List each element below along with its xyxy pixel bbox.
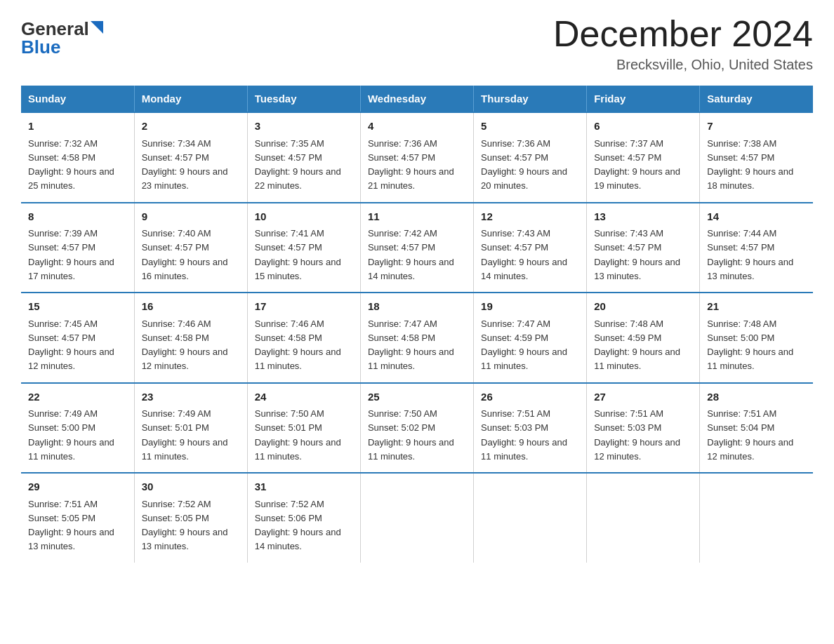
day-number: 3 — [255, 119, 353, 135]
day-number: 12 — [481, 209, 579, 225]
day-number: 16 — [142, 299, 240, 315]
day-cell-23: 23Sunrise: 7:49 AMSunset: 5:01 PMDayligh… — [134, 383, 247, 474]
day-info: Sunrise: 7:47 AMSunset: 4:59 PMDaylight:… — [481, 318, 567, 372]
day-cell-26: 26Sunrise: 7:51 AMSunset: 5:03 PMDayligh… — [474, 383, 587, 474]
day-cell-16: 16Sunrise: 7:46 AMSunset: 4:58 PMDayligh… — [134, 293, 247, 383]
title-area: December 2024 Brecksville, Ohio, United … — [553, 14, 813, 73]
day-info: Sunrise: 7:51 AMSunset: 5:05 PMDaylight:… — [28, 499, 114, 552]
week-row-4: 22Sunrise: 7:49 AMSunset: 5:00 PMDayligh… — [21, 383, 813, 474]
day-info: Sunrise: 7:37 AMSunset: 4:57 PMDaylight:… — [594, 138, 680, 192]
day-number: 10 — [255, 209, 353, 225]
day-info: Sunrise: 7:36 AMSunset: 4:57 PMDaylight:… — [481, 138, 567, 192]
day-info: Sunrise: 7:32 AMSunset: 4:58 PMDaylight:… — [28, 138, 114, 192]
day-number: 9 — [142, 209, 240, 225]
day-cell-8: 8Sunrise: 7:39 AMSunset: 4:57 PMDaylight… — [21, 203, 134, 293]
day-cell-5: 5Sunrise: 7:36 AMSunset: 4:57 PMDaylight… — [474, 112, 587, 203]
day-cell-30: 30Sunrise: 7:52 AMSunset: 5:05 PMDayligh… — [134, 473, 247, 563]
day-cell-2: 2Sunrise: 7:34 AMSunset: 4:57 PMDaylight… — [134, 112, 247, 203]
day-cell-22: 22Sunrise: 7:49 AMSunset: 5:00 PMDayligh… — [21, 383, 134, 474]
day-number: 31 — [255, 479, 353, 495]
header-sunday: Sunday — [21, 86, 134, 112]
day-number: 4 — [368, 119, 466, 135]
day-number: 2 — [142, 119, 240, 135]
day-info: Sunrise: 7:43 AMSunset: 4:57 PMDaylight:… — [481, 228, 567, 281]
day-cell-15: 15Sunrise: 7:45 AMSunset: 4:57 PMDayligh… — [21, 293, 134, 383]
header-wednesday: Wednesday — [360, 86, 473, 112]
day-number: 25 — [368, 389, 466, 405]
page-header: General Blue December 2024 Brecksville, … — [21, 14, 813, 73]
header-row: Sunday Monday Tuesday Wednesday Thursday… — [21, 86, 813, 112]
day-cell-24: 24Sunrise: 7:50 AMSunset: 5:01 PMDayligh… — [247, 383, 360, 474]
day-number: 15 — [28, 299, 127, 315]
day-cell-13: 13Sunrise: 7:43 AMSunset: 4:57 PMDayligh… — [587, 203, 700, 293]
week-row-2: 8Sunrise: 7:39 AMSunset: 4:57 PMDaylight… — [21, 203, 813, 293]
day-info: Sunrise: 7:52 AMSunset: 5:06 PMDaylight:… — [255, 499, 341, 552]
day-info: Sunrise: 7:41 AMSunset: 4:57 PMDaylight:… — [255, 228, 341, 281]
day-info: Sunrise: 7:51 AMSunset: 5:03 PMDaylight:… — [481, 408, 567, 462]
day-info: Sunrise: 7:36 AMSunset: 4:57 PMDaylight:… — [368, 138, 454, 192]
week-row-5: 29Sunrise: 7:51 AMSunset: 5:05 PMDayligh… — [21, 473, 813, 563]
header-tuesday: Tuesday — [247, 86, 360, 112]
day-number: 24 — [255, 389, 353, 405]
day-info: Sunrise: 7:50 AMSunset: 5:02 PMDaylight:… — [368, 408, 454, 462]
logo-blue: Blue — [21, 38, 60, 56]
day-number: 13 — [594, 209, 692, 225]
logo-general: General — [21, 20, 89, 38]
day-info: Sunrise: 7:38 AMSunset: 4:57 PMDaylight:… — [707, 138, 793, 192]
day-info: Sunrise: 7:48 AMSunset: 5:00 PMDaylight:… — [707, 318, 793, 372]
day-number: 7 — [707, 119, 806, 135]
day-info: Sunrise: 7:40 AMSunset: 4:57 PMDaylight:… — [142, 228, 228, 281]
day-number: 28 — [707, 389, 806, 405]
day-number: 5 — [481, 119, 579, 135]
day-info: Sunrise: 7:48 AMSunset: 4:59 PMDaylight:… — [594, 318, 680, 372]
empty-cell-w4-3 — [360, 473, 473, 563]
day-number: 26 — [481, 389, 579, 405]
calendar-table: Sunday Monday Tuesday Wednesday Thursday… — [21, 86, 813, 563]
svg-marker-0 — [91, 21, 103, 34]
logo-arrow-icon — [91, 21, 103, 34]
day-number: 19 — [481, 299, 579, 315]
day-info: Sunrise: 7:52 AMSunset: 5:05 PMDaylight:… — [142, 499, 228, 552]
day-cell-18: 18Sunrise: 7:47 AMSunset: 4:58 PMDayligh… — [360, 293, 473, 383]
day-info: Sunrise: 7:34 AMSunset: 4:57 PMDaylight:… — [142, 138, 228, 192]
day-number: 14 — [707, 209, 806, 225]
day-cell-10: 10Sunrise: 7:41 AMSunset: 4:57 PMDayligh… — [247, 203, 360, 293]
header-saturday: Saturday — [700, 86, 813, 112]
logo: General Blue — [21, 20, 103, 56]
day-cell-6: 6Sunrise: 7:37 AMSunset: 4:57 PMDaylight… — [587, 112, 700, 203]
day-info: Sunrise: 7:45 AMSunset: 4:57 PMDaylight:… — [28, 318, 114, 372]
day-number: 11 — [368, 209, 466, 225]
day-info: Sunrise: 7:46 AMSunset: 4:58 PMDaylight:… — [142, 318, 228, 372]
empty-cell-w4-5 — [587, 473, 700, 563]
day-info: Sunrise: 7:39 AMSunset: 4:57 PMDaylight:… — [28, 228, 114, 281]
day-cell-27: 27Sunrise: 7:51 AMSunset: 5:03 PMDayligh… — [587, 383, 700, 474]
page-subtitle: Brecksville, Ohio, United States — [553, 57, 813, 73]
day-number: 21 — [707, 299, 806, 315]
day-cell-3: 3Sunrise: 7:35 AMSunset: 4:57 PMDaylight… — [247, 112, 360, 203]
day-cell-31: 31Sunrise: 7:52 AMSunset: 5:06 PMDayligh… — [247, 473, 360, 563]
day-number: 6 — [594, 119, 692, 135]
day-info: Sunrise: 7:44 AMSunset: 4:57 PMDaylight:… — [707, 228, 793, 281]
day-number: 8 — [28, 209, 127, 225]
header-monday: Monday — [134, 86, 247, 112]
day-cell-25: 25Sunrise: 7:50 AMSunset: 5:02 PMDayligh… — [360, 383, 473, 474]
day-number: 29 — [28, 479, 127, 495]
day-info: Sunrise: 7:51 AMSunset: 5:03 PMDaylight:… — [594, 408, 680, 462]
day-number: 23 — [142, 389, 240, 405]
day-number: 30 — [142, 479, 240, 495]
day-info: Sunrise: 7:35 AMSunset: 4:57 PMDaylight:… — [255, 138, 341, 192]
day-info: Sunrise: 7:49 AMSunset: 5:00 PMDaylight:… — [28, 408, 114, 462]
day-cell-1: 1Sunrise: 7:32 AMSunset: 4:58 PMDaylight… — [21, 112, 134, 203]
day-number: 1 — [28, 119, 127, 135]
day-info: Sunrise: 7:47 AMSunset: 4:58 PMDaylight:… — [368, 318, 454, 372]
day-cell-19: 19Sunrise: 7:47 AMSunset: 4:59 PMDayligh… — [474, 293, 587, 383]
calendar-body: 1Sunrise: 7:32 AMSunset: 4:58 PMDaylight… — [21, 112, 813, 563]
day-cell-20: 20Sunrise: 7:48 AMSunset: 4:59 PMDayligh… — [587, 293, 700, 383]
day-info: Sunrise: 7:42 AMSunset: 4:57 PMDaylight:… — [368, 228, 454, 281]
day-cell-4: 4Sunrise: 7:36 AMSunset: 4:57 PMDaylight… — [360, 112, 473, 203]
day-number: 17 — [255, 299, 353, 315]
day-number: 20 — [594, 299, 692, 315]
day-cell-21: 21Sunrise: 7:48 AMSunset: 5:00 PMDayligh… — [700, 293, 813, 383]
day-cell-28: 28Sunrise: 7:51 AMSunset: 5:04 PMDayligh… — [700, 383, 813, 474]
day-info: Sunrise: 7:43 AMSunset: 4:57 PMDaylight:… — [594, 228, 680, 281]
